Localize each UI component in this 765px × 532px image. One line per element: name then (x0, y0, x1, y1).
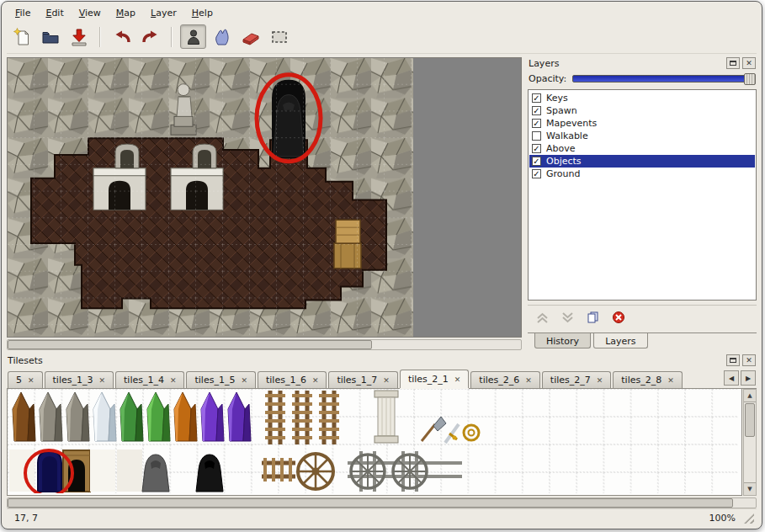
close-icon[interactable] (454, 374, 461, 385)
tileset-tab-active[interactable]: tiles_2_1 (400, 370, 469, 388)
tileset-tab[interactable]: tiles_1_6 (258, 371, 327, 388)
tileset-hscrollbar-thumb[interactable] (8, 498, 733, 508)
layer-row-above[interactable]: Above (529, 142, 755, 155)
tileset-vscrollbar-thumb[interactable] (745, 403, 755, 437)
layer-name: Walkable (546, 130, 588, 141)
layer-buttons (528, 305, 757, 327)
tileset-tab-label: tiles_1_6 (266, 375, 306, 386)
tileset-tab[interactable]: tiles_2_7 (542, 371, 611, 388)
new-file-button[interactable] (8, 24, 35, 49)
menu-edit[interactable]: Edit (39, 6, 70, 20)
layer-row-spawn[interactable]: Spawn (529, 104, 755, 117)
opacity-row: Opacity: (528, 72, 757, 89)
layer-checkbox[interactable] (532, 106, 541, 115)
layer-name: Spawn (546, 105, 577, 116)
tilesets-panel: Tilesets 5 tiles_1_3 tiles_1_4 tiles_1_5… (7, 350, 757, 508)
main-area: Layers Opacity: Keys Spawn (7, 54, 757, 350)
map-canvas[interactable] (7, 57, 522, 338)
layer-row-mapevents[interactable]: Mapevents (529, 117, 755, 130)
menu-layer[interactable]: Layer (144, 6, 183, 20)
tab-scroll-left-button[interactable]: ◀ (724, 370, 739, 386)
layer-name: Above (546, 143, 576, 154)
tileset-tab[interactable]: tiles_2_8 (613, 371, 682, 388)
raise-layer-button[interactable] (536, 312, 549, 323)
tilesets-float-button[interactable] (726, 354, 740, 366)
scroll-down-button[interactable]: ▼ (744, 482, 756, 495)
close-icon[interactable] (98, 375, 105, 386)
close-icon[interactable] (312, 375, 319, 386)
tileset-tab[interactable]: tiles_1_5 (186, 371, 255, 388)
open-file-button[interactable] (37, 24, 63, 49)
tileset-tab[interactable]: tiles_1_7 (328, 371, 397, 388)
opacity-slider-handle[interactable] (744, 73, 756, 85)
lower-layer-button[interactable] (561, 312, 574, 323)
eraser-tool-button[interactable] (237, 24, 263, 49)
layer-checkbox[interactable] (532, 119, 541, 128)
tab-layers[interactable]: Layers (593, 333, 647, 348)
duplicate-layer-button[interactable] (587, 311, 599, 323)
menu-help[interactable]: Help (185, 6, 220, 20)
tab-scroll-right-button[interactable]: ▶ (741, 370, 756, 386)
tileset-tab[interactable]: 5 (8, 371, 43, 388)
fill-tool-button[interactable] (209, 24, 235, 49)
tileset-tab[interactable]: tiles_1_4 (115, 371, 184, 388)
delete-layer-button[interactable] (612, 311, 625, 324)
opacity-label: Opacity: (529, 73, 566, 84)
redo-button[interactable] (137, 24, 163, 49)
layer-row-keys[interactable]: Keys (529, 92, 755, 104)
application-window: File Edit View Map Layer Help (1, 1, 762, 529)
tileset-canvas[interactable] (7, 389, 742, 496)
tileset-tab-label: tiles_2_6 (479, 375, 519, 386)
layers-titlebar: Layers (528, 57, 757, 72)
zoom-level: 100% (709, 513, 749, 524)
close-icon[interactable] (28, 375, 35, 386)
undo-icon (112, 27, 132, 47)
close-icon[interactable] (241, 375, 247, 386)
layer-checkbox[interactable] (532, 93, 541, 103)
close-icon[interactable] (667, 375, 674, 386)
close-icon[interactable] (383, 375, 390, 386)
scroll-up-button[interactable]: ▲ (744, 390, 756, 402)
opacity-slider[interactable] (572, 75, 756, 82)
stamp-tool-button[interactable] (180, 24, 206, 49)
tab-history[interactable]: History (534, 333, 591, 348)
save-button[interactable] (66, 24, 92, 49)
tileset-hscrollbar[interactable] (7, 497, 757, 508)
undo-button[interactable] (109, 24, 135, 49)
tileset-vscrollbar[interactable]: ▲ ▼ (743, 389, 757, 496)
tilesets-titlebar: Tilesets (7, 354, 757, 369)
fill-hand-icon (212, 27, 232, 47)
tileset-tab[interactable]: tiles_2_6 (470, 371, 539, 388)
layer-name: Keys (546, 93, 568, 104)
close-icon[interactable] (170, 375, 177, 386)
layer-checkbox[interactable] (532, 169, 541, 178)
map-hscrollbar-thumb[interactable] (8, 340, 372, 349)
layer-checkbox[interactable] (532, 157, 541, 166)
layer-checkbox[interactable] (532, 144, 541, 153)
close-icon[interactable] (597, 375, 603, 386)
redo-icon (141, 27, 161, 47)
menu-view[interactable]: View (72, 6, 108, 20)
tileset-render (8, 389, 738, 493)
layer-row-ground[interactable]: Ground (529, 168, 755, 180)
layers-close-button[interactable] (742, 57, 756, 69)
person-stamp-icon (183, 27, 204, 47)
layer-checkbox[interactable] (532, 131, 541, 141)
tileset-tab-label: tiles_1_4 (124, 375, 164, 386)
layer-row-walkable[interactable]: Walkable (529, 130, 755, 142)
close-icon[interactable] (525, 375, 532, 386)
menu-file[interactable]: File (8, 6, 37, 20)
layers-panel: Layers Opacity: Keys Spawn (528, 57, 757, 350)
toolbar-separator (99, 27, 101, 47)
layers-float-button[interactable] (726, 57, 740, 69)
select-tool-button[interactable] (266, 24, 292, 49)
tilesets-close-button[interactable] (742, 354, 756, 366)
layer-name: Ground (546, 168, 580, 179)
tileset-tab-label: tiles_1_5 (194, 375, 235, 386)
layer-name: Objects (546, 156, 582, 167)
menu-map[interactable]: Map (109, 6, 142, 20)
tab-layers-label: Layers (605, 336, 635, 347)
layer-row-objects[interactable]: Objects (529, 155, 755, 168)
tileset-tab[interactable]: tiles_1_3 (45, 371, 114, 388)
map-hscrollbar[interactable] (7, 339, 522, 350)
